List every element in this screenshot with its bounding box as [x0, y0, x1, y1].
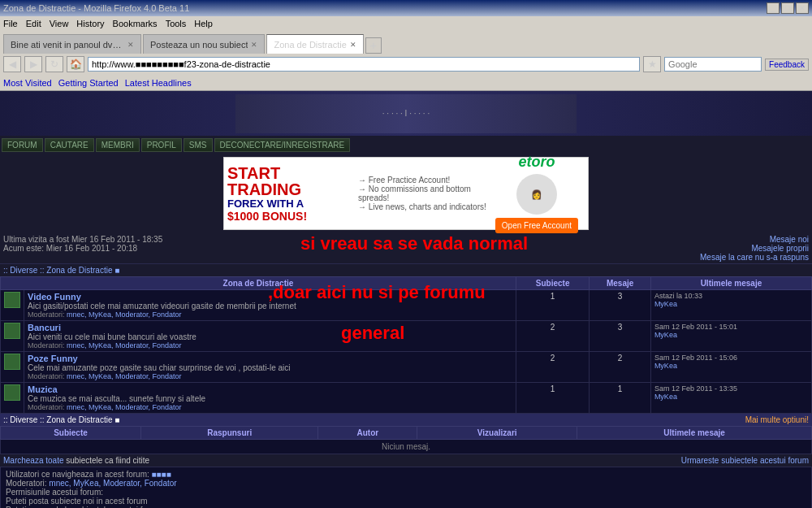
forum-info-cell: Muzica Ce muzica se mai asculta... sunet… [24, 383, 516, 414]
forum-mesaje: 1 [590, 383, 651, 414]
now-time: Acum este: Mier 16 Feb 2011 - 20:18 [3, 244, 137, 253]
forum-last-by[interactable]: MyKea [654, 331, 677, 339]
nav-deconectare[interactable]: DECONECTARE/INREGISTRARE [214, 138, 351, 152]
forum-desc: Cele mai amuzante poze gasite sau chiar … [28, 363, 512, 372]
nav-membri[interactable]: MEMBRI [96, 138, 140, 152]
nav-profil[interactable]: PROFIL [141, 138, 182, 152]
window-title: Zona de Distractie - Mozilla Firefox 4.0… [3, 3, 189, 13]
menu-history[interactable]: History [76, 19, 104, 28]
forum-title[interactable]: Video Funny [28, 292, 512, 302]
maximize-button[interactable]: □ [781, 2, 794, 14]
nav-bar: FORUM CAUTARE MEMBRI PROFIL SMS DECONECT… [0, 136, 812, 154]
page-wrapper: · · · · · I · · · · · FORUM CAUTARE MEMB… [0, 91, 812, 508]
ad-start-trading: START TRADING [227, 165, 358, 198]
perm1: Puteti posta subiecte noi in acest forum [6, 497, 148, 506]
refresh-button[interactable]: ★ [643, 56, 661, 72]
mesaje-proprii-link[interactable]: Mesajele proprii [751, 244, 809, 253]
minimize-button[interactable]: _ [767, 2, 780, 14]
ad-features: → Free Practice Account! → No commission… [358, 176, 489, 211]
ad-feature2: No commissions and bottom spreads! [358, 185, 471, 202]
tab-1-close[interactable]: ✕ [251, 41, 257, 49]
tab-1[interactable]: Posteaza un nou subiect ✕ [143, 34, 265, 54]
forum-last-msg: Sam 12 Feb 2011 - 13:35 MyKea [650, 383, 811, 414]
breadcrumb: :: Diverse :: Zona de Distractie ■ [0, 263, 812, 276]
nav-forum[interactable]: FORUM [2, 138, 43, 152]
forum-subiecte: 2 [516, 352, 589, 383]
menu-file[interactable]: File [3, 19, 18, 28]
forum-title[interactable]: Muzica [28, 384, 512, 394]
most-visited-link[interactable]: Most Visited [3, 78, 52, 88]
thread-section-title: :: Diverse :: Zona de Distractie ■ [3, 415, 119, 424]
forum-last-msg: Sam 12 Feb 2011 - 15:01 MyKea [650, 321, 811, 352]
forum-subiecte: 2 [516, 321, 589, 352]
info-right: Mesaje noi Mesajele proprii Mesaje la ca… [700, 235, 809, 262]
more-options-link[interactable]: Mai multe optiuni! [745, 415, 809, 424]
reload-button[interactable]: ↻ [45, 56, 63, 72]
moderatori-link[interactable]: mnec, MyKea, Moderator, Fondator [49, 479, 176, 488]
ad-right: etoro 👩 Open Free Account [489, 154, 585, 233]
forum-icon [4, 323, 20, 339]
nav-sms[interactable]: SMS [184, 138, 213, 152]
markall-container: Marcheaza toate subiectele ca fiind citi… [3, 456, 149, 465]
menu-help[interactable]: Help [194, 19, 213, 28]
menu-bookmarks[interactable]: Bookmarks [113, 19, 158, 28]
ad-feature3: Live news, charts and indicators! [369, 202, 486, 211]
info-left: Ultima vizita a fost Mier 16 Feb 2011 - … [3, 235, 162, 262]
feedback-button[interactable]: Feedback [765, 59, 809, 71]
ad-bonus: $1000 BONUS! [227, 210, 358, 223]
forum-mod: Moderatori: mnec, MyKea, Moderator, Fond… [28, 310, 512, 319]
menu-edit[interactable]: Edit [26, 19, 41, 28]
ad-forex: FOREX WITH A [227, 198, 358, 210]
forum-last-by[interactable]: MyKea [654, 300, 677, 308]
nav-cautare[interactable]: CAUTARE [45, 138, 94, 152]
users-navigating: Utilizatori ce navigheaza in acest forum… [6, 470, 806, 479]
last-visit: Ultima vizita a fost Mier 16 Feb 2011 - … [3, 235, 162, 244]
ad-avatar: 👩 [516, 174, 557, 215]
tab-2[interactable]: Zona de Distractie ✕ [266, 34, 363, 54]
ad-open-button[interactable]: Open Free Account [495, 218, 578, 233]
forum-title[interactable]: Poze Funny [28, 354, 512, 363]
menu-view[interactable]: View [50, 19, 69, 28]
forum-icon-cell [1, 290, 24, 321]
forum-title[interactable]: Bancuri [28, 323, 512, 332]
moderatori-line: Moderatori: mnec, MyKea, Moderator, Fond… [6, 479, 806, 488]
users-nav-label: Utilizatori ce navigheaza in acest forum… [6, 470, 149, 479]
markall-link[interactable]: Marcheaza toate [3, 456, 64, 465]
menu-tools[interactable]: Tools [166, 19, 187, 28]
ad-feature1: Free Practice Account! [369, 176, 451, 185]
getting-started-link[interactable]: Getting Started [58, 78, 119, 88]
tab-0[interactable]: Bine ati venit in panoul dvs. de admins.… [3, 34, 141, 54]
forum-last-by[interactable]: MyKea [654, 393, 677, 401]
no-message-text: Niciun mesaj. [1, 440, 812, 454]
forum-last-msg: Astazi la 10:33 MyKea [650, 290, 811, 321]
forum-mesaje: 3 [590, 321, 651, 352]
header-image: · · · · · I · · · · · [235, 94, 577, 133]
home-button[interactable]: 🏠 [67, 56, 84, 72]
address-input[interactable] [88, 57, 640, 72]
tab-0-close[interactable]: ✕ [127, 41, 134, 49]
mesaje-noi-link[interactable]: Mesaje noi [770, 235, 809, 244]
title-bar: Zona de Distractie - Mozilla Firefox 4.0… [0, 0, 812, 16]
zona-header-title: Zona de Distractie [1, 277, 516, 290]
ad-logo: etoro [518, 154, 555, 171]
menu-bar: File Edit View History Bookmarks Tools H… [0, 16, 812, 31]
tab-2-label: Zona de Distractie [274, 40, 346, 50]
forum-row-1: Bancuri Aici veniti cu cele mai bune ban… [1, 321, 812, 352]
new-tab-button[interactable]: + [365, 37, 382, 54]
forum-last-by[interactable]: MyKea [654, 362, 677, 370]
forward-button[interactable]: ▶ [24, 56, 42, 72]
user-link[interactable]: ■■■■ [152, 470, 171, 479]
latest-headlines-link[interactable]: Latest Headlines [125, 78, 192, 88]
forum-mesaje: 3 [590, 290, 651, 321]
search-input[interactable] [664, 57, 762, 72]
thread-col-raspunsuri: Raspunsuri [140, 427, 317, 440]
forum-row-0: Video Funny Aici gasiti/postati cele mai… [1, 290, 812, 321]
thread-col-ultimele: Ultimele mesaje [577, 427, 812, 440]
back-button[interactable]: ◀ [3, 56, 21, 72]
header-banner: · · · · · I · · · · · [0, 91, 812, 136]
close-button[interactable]: ✕ [796, 2, 809, 14]
mesaje-fara-raspuns-link[interactable]: Mesaje la care nu s-a raspuns [700, 253, 809, 262]
follow-link[interactable]: Urmareste subiectele acestui forum [681, 456, 809, 465]
forum-info-cell: Bancuri Aici veniti cu cele mai bune ban… [24, 321, 516, 352]
tab-2-close[interactable]: ✕ [350, 41, 356, 49]
